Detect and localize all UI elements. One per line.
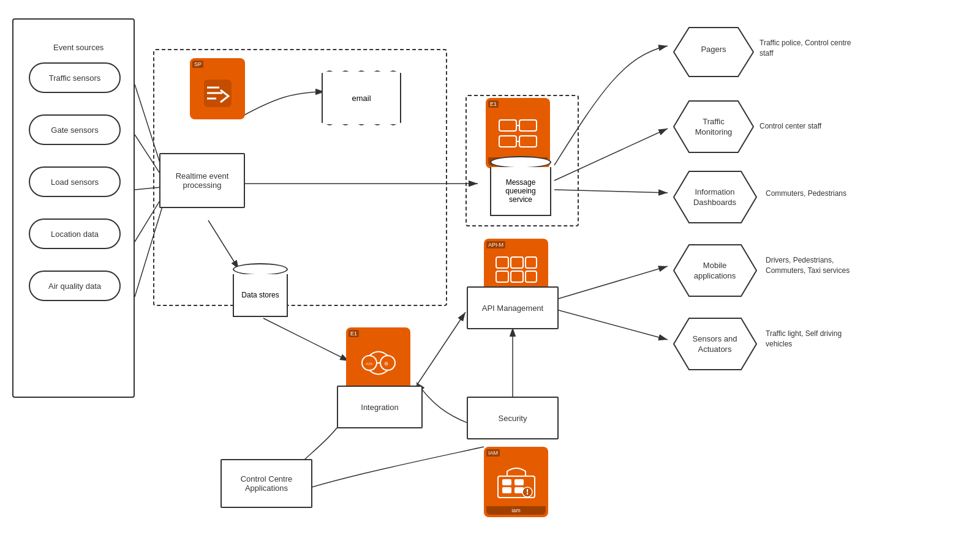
svg-marker-56: [674, 318, 756, 370]
svg-rect-38: [502, 479, 511, 485]
location-data-pill: Location data: [29, 218, 121, 249]
svg-rect-22: [499, 136, 516, 147]
svg-rect-29: [496, 271, 508, 282]
svg-text:Dashboards: Dashboards: [693, 198, 737, 207]
event-sources-label: Event sources: [53, 43, 104, 52]
svg-text:Sensors and: Sensors and: [693, 334, 737, 343]
gate-sensors-pill: Gate sensors: [29, 114, 121, 145]
security-box: Security: [467, 397, 559, 439]
svg-rect-39: [514, 479, 524, 485]
svg-text:Traffic: Traffic: [703, 117, 725, 126]
realtime-processing-box: Realtime event processing: [159, 153, 245, 208]
air-quality-pill: Air quality data: [29, 271, 121, 301]
svg-rect-28: [526, 257, 537, 268]
traffic-sensors-pill: Traffic sensors: [29, 62, 121, 93]
traffic-monitoring-hex-svg: Traffic Monitoring: [658, 95, 769, 159]
svg-marker-53: [674, 245, 756, 296]
svg-line-15: [554, 309, 668, 340]
svg-rect-30: [511, 271, 523, 282]
event-sources-box: Event sources Traffic sensors Gate senso…: [12, 18, 135, 398]
diagram-container: Event sources Traffic sensors Gate senso…: [0, 0, 980, 560]
svg-rect-40: [502, 487, 511, 493]
svg-marker-47: [674, 101, 753, 152]
api-management-box: API Management: [467, 286, 559, 329]
svg-text:Actuators: Actuators: [698, 345, 732, 354]
ei1-icon: [498, 115, 538, 152]
svg-text:Pagers: Pagers: [701, 45, 726, 54]
svg-line-10: [417, 312, 466, 386]
sensors-actuators-label: Traffic light, Self driving vehicles: [766, 318, 842, 349]
info-dashboards-hex-svg: Information Dashboards: [658, 165, 772, 230]
pagers-hex-svg: Pagers: [658, 21, 769, 83]
svg-rect-27: [511, 257, 523, 268]
svg-text:</>: </>: [366, 361, 373, 367]
pagers-label: Traffic police, Control centre staff: [760, 28, 851, 58]
iam-icon: [495, 464, 538, 501]
control-centre-box: Control Centre Applications: [221, 459, 312, 508]
svg-rect-31: [526, 271, 537, 282]
svg-text:Mobile: Mobile: [703, 261, 726, 270]
svg-line-9: [263, 318, 349, 361]
sensors-actuators-hex-svg: Sensors and Actuators: [658, 312, 772, 376]
svg-text:Monitoring: Monitoring: [695, 127, 733, 136]
load-sensors-pill: Load sensors: [29, 166, 121, 197]
integrator-icon: </> ⚙: [357, 345, 400, 381]
info-dashboards-label: Commuters, Pedestrians: [766, 181, 846, 198]
traffic-monitoring-label: Control center staff: [760, 113, 821, 130]
sp-icon: [201, 77, 235, 110]
svg-line-14: [554, 266, 668, 300]
svg-rect-21: [519, 120, 537, 131]
orange-iam-box: IAM iam: [484, 447, 548, 517]
svg-text:Information: Information: [695, 187, 734, 196]
mobile-apps-hex-svg: Mobile applications: [658, 239, 772, 303]
svg-text:⚙: ⚙: [384, 361, 388, 367]
svg-rect-20: [499, 120, 516, 131]
svg-marker-50: [674, 171, 756, 223]
svg-rect-26: [496, 257, 508, 268]
svg-text:applications: applications: [694, 271, 736, 280]
data-stores-cylinder: Data stores: [233, 263, 288, 317]
svg-rect-23: [519, 136, 537, 147]
integration-box: Integration: [337, 386, 423, 428]
message-queuing-cylinder: Message queueing service: [490, 156, 551, 216]
email-box: email: [322, 70, 401, 125]
mobile-apps-label: Drivers, Pedestrians, Commuters, Taxi se…: [766, 245, 850, 275]
orange-sp-box: SP: [190, 58, 245, 119]
